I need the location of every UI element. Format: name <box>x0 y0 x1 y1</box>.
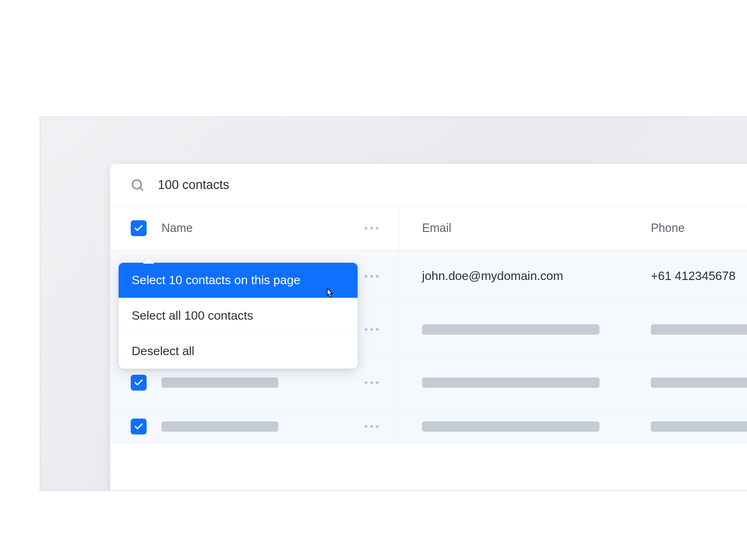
header-name-label: Name <box>162 221 193 235</box>
select-all-checkbox[interactable] <box>131 220 147 236</box>
svg-line-1 <box>140 188 143 190</box>
table-row[interactable] <box>110 409 747 444</box>
header-email-label: Email <box>422 221 451 235</box>
placeholder <box>422 421 599 432</box>
row-phone: +61 412345678 <box>651 269 735 283</box>
placeholder <box>651 378 747 388</box>
search-bar: 100 contacts <box>110 164 747 207</box>
column-name: Name <box>110 207 400 249</box>
placeholder <box>162 378 278 388</box>
row-more-icon[interactable] <box>361 271 382 281</box>
column-email: Email <box>400 207 628 249</box>
column-phone: Phone <box>628 207 684 249</box>
select-dropdown: Select 10 contacts on this page Select a… <box>119 263 358 369</box>
search-icon[interactable] <box>131 178 145 192</box>
outer-frame: 100 contacts Name Email Phone <box>40 117 747 491</box>
header-phone-label: Phone <box>651 221 684 235</box>
row-checkbox[interactable] <box>131 419 147 434</box>
deselect-all-option[interactable]: Deselect all <box>119 334 358 369</box>
row-checkbox[interactable] <box>131 375 147 391</box>
table-header: Name Email Phone <box>110 207 747 250</box>
placeholder <box>422 324 599 335</box>
placeholder <box>651 324 747 335</box>
select-page-option[interactable]: Select 10 contacts on this page <box>119 263 358 298</box>
placeholder <box>422 378 599 388</box>
contacts-card: 100 contacts Name Email Phone <box>110 164 747 491</box>
placeholder <box>162 421 278 432</box>
row-more-icon[interactable] <box>361 421 382 432</box>
column-name-more-icon[interactable] <box>361 223 382 233</box>
search-count-label: 100 contacts <box>158 178 229 192</box>
select-all-option[interactable]: Select all 100 contacts <box>119 298 358 334</box>
placeholder <box>651 421 747 432</box>
row-more-icon[interactable] <box>361 378 382 388</box>
svg-point-0 <box>133 180 141 189</box>
cursor-pointer-icon <box>323 287 336 300</box>
row-more-icon[interactable] <box>361 324 382 335</box>
row-email: john.doe@mydomain.com <box>422 269 563 283</box>
